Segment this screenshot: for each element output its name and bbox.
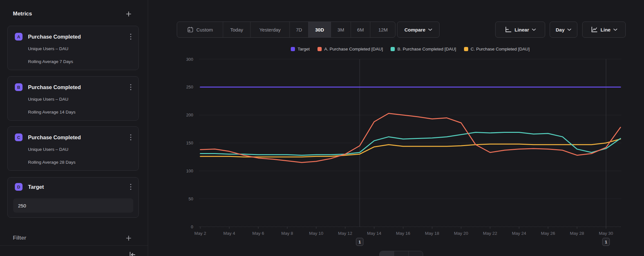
plus-icon [126, 235, 132, 241]
chevron-down-icon [613, 29, 617, 31]
target-card[interactable]: D Target [7, 177, 139, 218]
x-axis-label: May 30 [599, 231, 613, 236]
annotation-badge[interactable]: 1 [602, 238, 610, 246]
range-7d[interactable]: 7D [290, 22, 308, 37]
granularity-dropdown[interactable]: Day [550, 22, 577, 38]
add-metric-button[interactable] [125, 10, 132, 18]
legend-swatch-target [291, 47, 295, 51]
legend-label: Target [298, 47, 310, 51]
range-label: Custom [196, 27, 213, 32]
chart-type-label: Line [601, 27, 611, 32]
compare-label: Compare [404, 27, 425, 32]
metric-title: Purchase Completed [28, 134, 128, 141]
legend-item-c[interactable]: C. Purchase Completed [DAU] [464, 47, 530, 51]
legend-item-a[interactable]: A. Purchase Completed [DAU] [317, 47, 383, 51]
filter-title: Filter [13, 235, 26, 241]
x-axis-label: May 12 [338, 231, 352, 236]
kebab-icon [130, 84, 131, 90]
linear-scale-icon [505, 26, 512, 33]
metric-card-b-header: B Purchase Completed [15, 83, 134, 91]
metrics-sidebar: Metrics A Purchase Completed Unique User… [0, 0, 148, 256]
chart-area: Target A. Purchase Completed [DAU] B. Pu… [180, 42, 644, 256]
target-card-header: D Target [15, 183, 134, 191]
range-12m[interactable]: 12M [370, 22, 395, 37]
legend-item-b[interactable]: B. Purchase Completed [DAU] [391, 47, 456, 51]
x-axis-label: May 2 [194, 231, 206, 236]
chart-size-medium-button[interactable] [394, 251, 409, 256]
x-axis-label: May 18 [425, 231, 439, 236]
chart-size-large-button[interactable] [380, 251, 394, 256]
metric-rolling-average: Rolling Average 14 Days [28, 110, 76, 114]
plus-icon [126, 11, 132, 17]
date-range-group: Custom Today Yesterday 7D 30D 3M 6M 12M [177, 22, 395, 38]
x-axis-label: May 4 [223, 231, 235, 236]
annotation-badge[interactable]: 1 [356, 238, 363, 246]
line-chart-icon [591, 26, 598, 33]
metric-card-c-header: C Purchase Completed [15, 133, 134, 141]
svg-text:1: 1 [605, 240, 607, 244]
y-axis-label: 0 [191, 224, 193, 229]
chart-type-dropdown[interactable]: Line [582, 22, 626, 38]
metric-card-a[interactable]: A Purchase Completed Unique Users – DAU … [7, 26, 139, 70]
x-axis-label: May 16 [396, 231, 410, 236]
x-axis-label: May 22 [483, 231, 497, 236]
granularity-label: Day [556, 27, 565, 32]
metrics-title: Metrics [13, 11, 32, 17]
y-axis-label: 50 [189, 197, 193, 201]
series-line-B. Purchase Completed [DAU] [200, 133, 620, 155]
metric-card-c[interactable]: C Purchase Completed Unique Users – DAU … [7, 126, 139, 171]
chevron-down-icon [532, 29, 536, 31]
kebab-icon [130, 33, 131, 40]
chart-size-switcher [379, 251, 423, 256]
chart-legend: Target A. Purchase Completed [DAU] B. Pu… [199, 46, 621, 52]
scale-label: Linear [515, 27, 529, 32]
metric-subtitle: Unique Users – DAU [28, 147, 68, 152]
chevron-down-icon [428, 29, 432, 31]
x-axis-label: May 14 [367, 231, 382, 236]
metric-card-a-header: A Purchase Completed [15, 33, 134, 41]
metric-card-b[interactable]: B Purchase Completed Unique Users – DAU … [7, 76, 139, 121]
metric-rolling-average: Rolling Average 28 Days [28, 160, 76, 165]
legend-label: A. Purchase Completed [DAU] [324, 47, 383, 51]
legend-swatch-b [391, 47, 395, 51]
range-6m[interactable]: 6M [351, 22, 370, 37]
range-label: 12M [378, 27, 388, 32]
filter-header: Filter [13, 234, 132, 242]
x-axis-label: May 24 [512, 231, 526, 236]
range-3m[interactable]: 3M [331, 22, 351, 37]
range-label: 7D [296, 27, 302, 32]
legend-item-target[interactable]: Target [291, 47, 310, 51]
range-30d[interactable]: 30D [308, 22, 331, 37]
range-label: 3M [337, 27, 344, 32]
range-today[interactable]: Today [223, 22, 251, 37]
collapse-sidebar-icon [129, 252, 136, 256]
metric-menu-button[interactable] [128, 83, 134, 91]
metrics-header: Metrics [13, 10, 132, 18]
range-custom[interactable]: Custom [177, 22, 223, 37]
legend-label: B. Purchase Completed [DAU] [397, 47, 456, 51]
metric-menu-button[interactable] [128, 133, 134, 141]
x-axis-label: May 26 [541, 231, 555, 236]
target-value-input[interactable] [13, 198, 133, 213]
y-axis-label: 100 [186, 169, 193, 173]
metric-badge-a: A [15, 33, 23, 41]
scale-dropdown[interactable]: Linear [495, 22, 545, 38]
compare-button[interactable]: Compare [397, 22, 440, 38]
range-label: Today [230, 27, 243, 32]
metric-subtitle: Unique Users – DAU [28, 46, 68, 51]
range-yesterday[interactable]: Yesterday [251, 22, 290, 37]
metric-subtitle: Unique Users – DAU [28, 97, 68, 102]
x-axis-label: May 20 [454, 231, 468, 236]
x-axis-label: May 28 [570, 231, 584, 236]
x-axis-label: May 8 [281, 231, 293, 236]
chart-size-small-button[interactable] [409, 251, 423, 256]
calendar-icon [187, 26, 194, 33]
metric-menu-button[interactable] [128, 33, 134, 41]
metric-rolling-average: Rolling Average 7 Days [28, 59, 73, 64]
metric-title: Purchase Completed [28, 84, 128, 90]
metric-badge-b: B [15, 83, 23, 91]
add-filter-button[interactable] [125, 234, 132, 242]
svg-text:1: 1 [358, 240, 361, 244]
metric-menu-button[interactable] [128, 183, 134, 191]
collapse-sidebar-button[interactable] [129, 252, 136, 256]
